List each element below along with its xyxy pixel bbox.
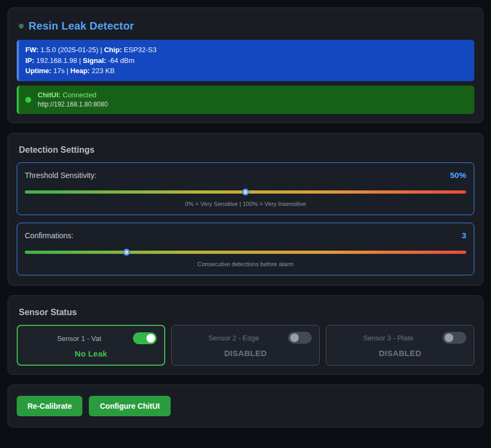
chitui-status: Connected: [61, 91, 97, 99]
status-dot-icon: [19, 24, 24, 29]
sensor-1-header: Sensor 1 - Vat: [25, 332, 157, 344]
chitui-label: ChitUI:: [38, 91, 61, 99]
sensor-3-toggle[interactable]: [443, 332, 466, 344]
chip-label: Chip:: [104, 46, 122, 54]
connection-dot-icon: [25, 97, 31, 103]
uptime-label: Uptime:: [25, 67, 51, 75]
sensor-1-status: No Leak: [25, 349, 157, 358]
chitui-connection-line: ChitUI: Connected: [38, 90, 108, 101]
configure-chitui-button[interactable]: Configure ChitUI: [89, 396, 170, 416]
threshold-slider-thumb[interactable]: [242, 189, 249, 196]
header-card: Resin Leak Detector FW: 1.5.0 (2025-01-2…: [8, 8, 483, 123]
uptime-value: 17s |: [51, 67, 70, 75]
threshold-label: Threshold Sensitivity:: [25, 171, 96, 180]
sensor-2-label: Sensor 2 - Edge: [179, 334, 288, 342]
confirmations-hint: Consecutive detections before alarm: [25, 261, 466, 267]
page: Resin Leak Detector FW: 1.5.0 (2025-01-2…: [0, 0, 491, 435]
ip-label: IP:: [25, 56, 34, 65]
chitui-status-text: ChitUI: Connected http://192.168.1.80:80…: [38, 90, 108, 110]
confirmations-setting-box: Confirmations: 3 Consecutive detections …: [17, 223, 474, 275]
confirmations-slider[interactable]: [25, 251, 466, 254]
sensor-status-heading: Sensor Status: [19, 308, 474, 317]
sensor-2-toggle-knob: [290, 333, 299, 342]
confirmations-slider-thumb[interactable]: [123, 249, 130, 256]
confirmations-setting-top: Confirmations: 3: [25, 231, 466, 240]
sensor-card-1: Sensor 1 - Vat No Leak: [17, 325, 165, 366]
chitui-url: http://192.168.1.80:8080: [38, 100, 108, 109]
threshold-value: 50%: [450, 170, 466, 180]
sensor-3-status: DISABLED: [334, 349, 466, 358]
fw-label: FW:: [25, 46, 38, 54]
sensor-3-toggle-knob: [445, 333, 453, 342]
actions-card: Re-Calibrate Configure ChitUI: [8, 385, 483, 428]
threshold-setting-box: Threshold Sensitivity: 50% 0% = Very Sen…: [17, 162, 474, 215]
device-info-line-fw: FW: 1.5.0 (2025-01-25) | Chip: ESP32-S3: [25, 45, 468, 55]
sensor-3-label: Sensor 3 - Plate: [334, 334, 443, 342]
confirmations-label: Confirmations:: [25, 231, 73, 240]
fw-value: 1.5.0 (2025-01-25) |: [38, 46, 104, 54]
page-title: Resin Leak Detector: [29, 20, 134, 32]
sensor-2-toggle[interactable]: [288, 332, 312, 344]
device-info-panel: FW: 1.5.0 (2025-01-25) | Chip: ESP32-S3 …: [17, 40, 474, 81]
sensor-2-header: Sensor 2 - Edge: [179, 332, 312, 344]
sensor-status-card: Sensor Status Sensor 1 - Vat No Leak Sen…: [8, 295, 483, 375]
heap-label: Heap:: [71, 67, 90, 75]
sensor-2-status: DISABLED: [179, 349, 312, 358]
sensor-3-header: Sensor 3 - Plate: [334, 332, 466, 344]
sensor-card-3: Sensor 3 - Plate DISABLED: [326, 325, 474, 366]
confirmations-value: 3: [462, 231, 466, 240]
sensor-grid: Sensor 1 - Vat No Leak Sensor 2 - Edge D…: [17, 325, 474, 366]
detection-settings-card: Detection Settings Threshold Sensitivity…: [8, 133, 483, 286]
recalibrate-button[interactable]: Re-Calibrate: [17, 396, 82, 416]
chitui-status-panel: ChitUI: Connected http://192.168.1.80:80…: [17, 86, 474, 115]
detection-settings-heading: Detection Settings: [19, 145, 474, 155]
chip-value: ESP32-S3: [122, 46, 156, 54]
ip-value: 192.168.1.98 |: [34, 56, 83, 65]
signal-label: Signal:: [83, 56, 106, 65]
device-info-line-ip: IP: 192.168.1.98 | Signal: -64 dBm: [25, 55, 468, 66]
title-row: Resin Leak Detector: [19, 20, 474, 32]
sensor-card-2: Sensor 2 - Edge DISABLED: [171, 325, 320, 366]
sensor-1-label: Sensor 1 - Vat: [25, 335, 133, 343]
sensor-1-toggle[interactable]: [133, 332, 157, 344]
signal-value: -64 dBm: [106, 56, 135, 65]
device-info-line-uptime: Uptime: 17s | Heap: 223 KB: [25, 66, 468, 76]
threshold-setting-top: Threshold Sensitivity: 50%: [25, 170, 466, 180]
heap-value: 223 KB: [90, 67, 115, 75]
confirmations-slider-area: [25, 247, 466, 257]
sensor-1-toggle-knob: [146, 334, 155, 343]
threshold-slider-area: [25, 187, 466, 197]
threshold-hint: 0% = Very Sensitive | 100% = Very Insens…: [25, 201, 466, 207]
